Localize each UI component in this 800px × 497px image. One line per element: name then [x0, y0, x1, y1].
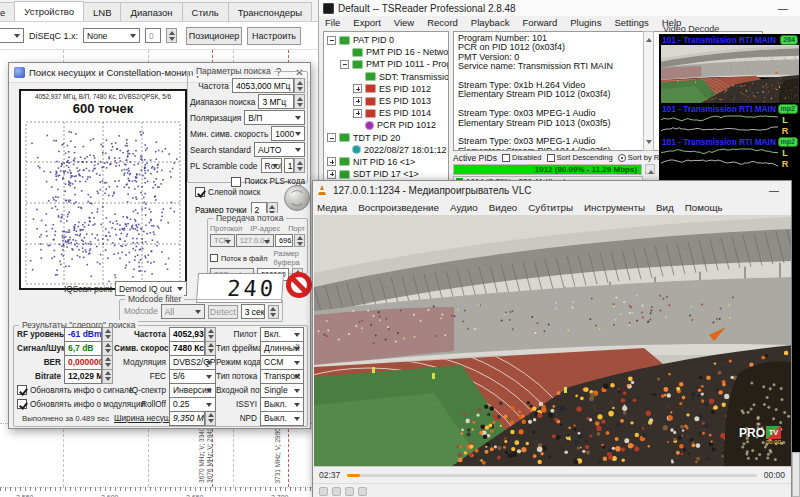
- pid-rate-bar[interactable]: 1012 (80.09% - 11.29 Mbps): [453, 164, 642, 175]
- update-info-checkbox[interactable]: Обновлять инфо о сигнале: [17, 385, 114, 395]
- bars-scrollbar[interactable]: [645, 164, 655, 174]
- port-value[interactable]: 6961: [275, 234, 293, 247]
- radio-icon[interactable]: [618, 154, 626, 162]
- spinner-arrows[interactable]: [205, 411, 216, 426]
- interval-spinner[interactable]: [268, 305, 279, 319]
- param-value[interactable]: 4053,000 МГц: [232, 78, 294, 93]
- menu-record[interactable]: Record: [427, 17, 458, 28]
- result-value[interactable]: 4052,937 МГц: [169, 327, 205, 342]
- tree-item[interactable]: TDT PID 20: [324, 132, 448, 144]
- spin-up-icon[interactable]: [208, 340, 214, 347]
- tree-item[interactable]: PAT PID 0: [324, 34, 448, 46]
- spin-up-icon[interactable]: [105, 340, 111, 347]
- param-combo[interactable]: 1000: [271, 126, 305, 141]
- satellite-combo[interactable]: ): [0, 28, 24, 43]
- tab-Стиль[interactable]: Стиль: [182, 2, 229, 21]
- spin-down-icon[interactable]: [105, 377, 111, 384]
- result-value[interactable]: 0,0000000: [64, 355, 102, 370]
- spin-down-icon[interactable]: [297, 167, 303, 174]
- result-combo[interactable]: 0.25: [169, 397, 216, 412]
- checkbox-icon[interactable]: [231, 177, 241, 187]
- expand-icon[interactable]: [353, 109, 362, 118]
- stop-button[interactable]: [332, 487, 341, 496]
- spinner-arrows[interactable]: [294, 158, 305, 173]
- spinner-arrows[interactable]: [294, 94, 305, 109]
- blind-search-checkbox[interactable]: Слепой поиск: [195, 187, 260, 197]
- expand-icon[interactable]: [353, 84, 362, 93]
- scroll-up-icon[interactable]: [646, 35, 652, 42]
- menu-export[interactable]: Export: [353, 17, 380, 28]
- param-value[interactable]: 1: [284, 158, 294, 173]
- result-combo[interactable]: DVBS2/QPSK: [169, 355, 216, 370]
- spin-up-icon[interactable]: [105, 354, 111, 361]
- checkbox-icon[interactable]: [195, 187, 205, 197]
- blind-search-checkbox[interactable]: Слепой поиск: [195, 187, 260, 197]
- spinner-arrows[interactable]: [205, 341, 216, 356]
- tree-item[interactable]: ES PID 1012: [324, 83, 448, 95]
- stop-icon[interactable]: [286, 272, 312, 298]
- spin-down-icon[interactable]: [297, 242, 303, 249]
- menu-1[interactable]: Воспроизведение: [358, 202, 439, 213]
- tree-item[interactable]: ES PID 1013: [324, 95, 448, 107]
- info-scrollbar[interactable]: [643, 31, 654, 151]
- checkbox-icon[interactable]: [17, 399, 27, 409]
- spin-up-icon[interactable]: [208, 326, 214, 333]
- result-value[interactable]: 7480 Кс: [169, 341, 205, 356]
- vlc-titlebar[interactable]: 127.0.0.1:1234 - Медиапроигрыватель VLC …: [313, 181, 791, 199]
- configure-button[interactable]: Настроить: [247, 27, 301, 45]
- menu-file[interactable]: File: [325, 17, 340, 28]
- collapse-icon[interactable]: [340, 60, 349, 69]
- tree-item[interactable]: NIT PID 16 <1>: [324, 156, 448, 168]
- positioner-button[interactable]: Позиционер: [186, 27, 242, 45]
- result-value[interactable]: -61 dBm: [64, 327, 102, 342]
- spin-down-icon[interactable]: [297, 87, 303, 94]
- play-button[interactable]: [319, 487, 328, 496]
- checkbox-icon[interactable]: [210, 254, 218, 262]
- video-area[interactable]: PRO TV00:00: [314, 215, 791, 467]
- result-combo[interactable]: Выкл.: [260, 411, 304, 426]
- param-combo[interactable]: В/П: [244, 110, 305, 125]
- menu-view[interactable]: View: [394, 17, 414, 28]
- menu-0[interactable]: Медиа: [317, 202, 347, 213]
- collapse-icon[interactable]: [327, 133, 336, 142]
- detect-interval[interactable]: 3 сек: [241, 304, 265, 319]
- menu-plugins[interactable]: Plugins: [570, 17, 601, 28]
- result-combo[interactable]: CCM: [260, 355, 304, 370]
- position-spinner[interactable]: [166, 28, 177, 43]
- menu-4[interactable]: Субтитры: [528, 202, 573, 213]
- minimize-icon[interactable]: —: [770, 3, 796, 14]
- protocol-combo[interactable]: TCP: [210, 234, 235, 247]
- menu-7[interactable]: Помощь: [685, 202, 723, 213]
- stream-to-file-checkbox[interactable]: Поток в файл: [210, 254, 268, 263]
- tree-item[interactable]: PMT PID 16 - Network: [324, 46, 448, 58]
- detect-button[interactable]: Detect: [208, 305, 238, 319]
- result-combo[interactable]: Длинный: [260, 341, 304, 356]
- spin-up-icon[interactable]: [105, 368, 111, 375]
- result-combo[interactable]: Transport: [260, 369, 304, 384]
- tree-item[interactable]: ES PID 1014: [324, 107, 448, 119]
- tab-Устройство[interactable]: Устройство: [14, 1, 84, 21]
- result-combo[interactable]: Single: [260, 383, 304, 398]
- update-info-checkbox[interactable]: Обновлять инфо о модуляции: [17, 399, 114, 409]
- seek-slider[interactable]: [347, 474, 756, 477]
- menu-6[interactable]: Вид: [656, 202, 674, 213]
- result-value[interactable]: 6,7 dB: [64, 341, 102, 356]
- result-combo[interactable]: Выкл.: [260, 397, 304, 412]
- tree-item[interactable]: PMT PID 1011 - Progr . 101: [324, 58, 448, 70]
- result-combo[interactable]: Инверсия: [169, 383, 216, 398]
- expand-icon[interactable]: [327, 170, 336, 179]
- modcode-combo[interactable]: All: [161, 304, 205, 319]
- ip-combo[interactable]: 127.0.0.1: [236, 234, 274, 247]
- tab-е[interactable]: е: [0, 2, 15, 21]
- expand-icon[interactable]: [327, 157, 336, 166]
- spinner-arrows[interactable]: [102, 369, 113, 384]
- tab-LNB[interactable]: LNB: [83, 2, 121, 21]
- result-value[interactable]: 9,350 МГц: [169, 411, 205, 426]
- scroll-down-icon[interactable]: [646, 140, 652, 147]
- param-combo[interactable]: AUTO: [254, 142, 305, 157]
- result-combo[interactable]: Вкл.: [260, 327, 304, 342]
- result-combo[interactable]: 5/6: [169, 369, 216, 384]
- diseqc-combo[interactable]: None: [83, 28, 140, 43]
- position-value[interactable]: 0: [145, 28, 161, 43]
- spin-up-icon[interactable]: [297, 233, 303, 240]
